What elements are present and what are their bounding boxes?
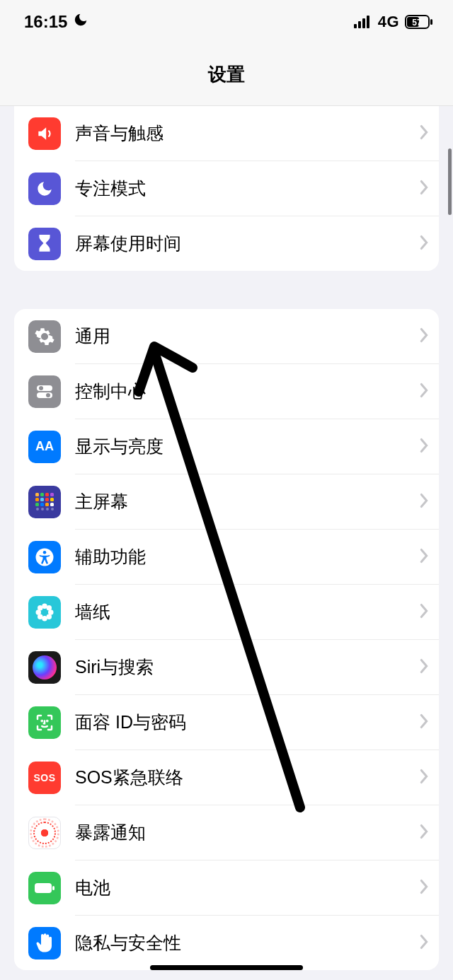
chevron-right-icon bbox=[419, 180, 429, 198]
text-size-icon: AA bbox=[28, 431, 61, 463]
svg-rect-26 bbox=[52, 886, 55, 890]
svg-rect-0 bbox=[354, 24, 357, 28]
flower-icon bbox=[28, 596, 61, 629]
settings-row-display[interactable]: AA 显示与亮度 bbox=[28, 419, 439, 474]
hourglass-icon bbox=[28, 228, 61, 260]
chevron-right-icon bbox=[419, 438, 429, 456]
status-bar-right: 4G 57 bbox=[354, 13, 433, 31]
network-type: 4G bbox=[378, 13, 399, 31]
home-indicator[interactable] bbox=[150, 965, 303, 970]
settings-row-label: 通用 bbox=[75, 309, 405, 363]
settings-row-exposure[interactable]: 暴露通知 bbox=[28, 805, 439, 860]
status-bar: 16:15 4G 57 bbox=[0, 0, 453, 44]
moon-icon bbox=[28, 173, 61, 205]
siri-icon bbox=[28, 651, 61, 684]
svg-point-24 bbox=[47, 720, 47, 721]
settings-row-label: SOS紧急联络 bbox=[75, 750, 405, 805]
svg-point-19 bbox=[47, 605, 52, 611]
svg-rect-2 bbox=[362, 18, 365, 28]
settings-row-label: Siri与搜索 bbox=[75, 640, 405, 694]
scrollbar[interactable] bbox=[448, 148, 452, 215]
svg-point-23 bbox=[42, 720, 42, 721]
settings-row-label: 主屏幕 bbox=[75, 474, 405, 529]
settings-group-1: 声音与触感 专注模式 屏幕使用时间 bbox=[14, 106, 439, 271]
moon-icon bbox=[73, 12, 88, 32]
settings-row-wallpaper[interactable]: 墙纸 bbox=[28, 585, 439, 639]
battery-icon bbox=[28, 872, 61, 904]
settings-row-accessibility[interactable]: 辅助功能 bbox=[28, 530, 439, 584]
settings-row-privacy[interactable]: 隐私与安全性 bbox=[28, 916, 439, 970]
svg-point-11 bbox=[46, 393, 50, 397]
chevron-right-icon bbox=[419, 713, 429, 732]
settings-row-label: 隐私与安全性 bbox=[75, 916, 405, 970]
chevron-right-icon bbox=[419, 548, 429, 566]
gear-icon bbox=[28, 320, 61, 353]
accessibility-icon bbox=[28, 541, 61, 573]
chevron-right-icon bbox=[419, 879, 429, 897]
svg-point-22 bbox=[42, 609, 47, 615]
svg-point-9 bbox=[39, 386, 43, 390]
chevron-right-icon bbox=[419, 327, 429, 346]
chevron-right-icon bbox=[419, 658, 429, 677]
chevron-right-icon bbox=[419, 124, 429, 143]
toggles-icon bbox=[28, 375, 61, 408]
settings-row-siri[interactable]: Siri与搜索 bbox=[28, 640, 439, 694]
settings-row-faceid[interactable]: 面容 ID与密码 bbox=[28, 695, 439, 749]
settings-row-label: 辅助功能 bbox=[75, 530, 405, 584]
speaker-icon bbox=[28, 117, 61, 150]
settings-row-general[interactable]: 通用 bbox=[28, 309, 439, 363]
settings-row-focus[interactable]: 专注模式 bbox=[28, 161, 439, 216]
settings-row-label: 专注模式 bbox=[75, 161, 405, 216]
settings-row-battery[interactable]: 电池 bbox=[28, 861, 439, 915]
settings-row-sound[interactable]: 声音与触感 bbox=[28, 106, 439, 161]
svg-rect-1 bbox=[358, 21, 361, 28]
cellular-signal-icon bbox=[354, 16, 372, 28]
chevron-right-icon bbox=[419, 235, 429, 253]
settings-row-label: 屏幕使用时间 bbox=[75, 216, 405, 271]
svg-point-13 bbox=[43, 550, 47, 554]
settings-row-label: 暴露通知 bbox=[75, 805, 405, 860]
nav-header: 设置 bbox=[0, 44, 453, 106]
svg-point-20 bbox=[38, 614, 43, 619]
status-bar-left: 16:15 bbox=[24, 12, 88, 32]
svg-rect-6 bbox=[430, 19, 432, 25]
settings-row-sos[interactable]: SOS SOS紧急联络 bbox=[28, 750, 439, 805]
page-title: 设置 bbox=[208, 62, 245, 87]
settings-row-label: 电池 bbox=[75, 861, 405, 915]
settings-row-label: 墙纸 bbox=[75, 585, 405, 639]
battery-icon: 57 bbox=[405, 15, 433, 29]
settings-row-screentime[interactable]: 屏幕使用时间 bbox=[28, 216, 439, 271]
chevron-right-icon bbox=[419, 603, 429, 622]
chevron-right-icon bbox=[419, 769, 429, 787]
svg-rect-3 bbox=[367, 16, 369, 28]
chevron-right-icon bbox=[419, 493, 429, 511]
app-grid-icon bbox=[28, 486, 61, 518]
settings-row-control-center[interactable]: 控制中心 bbox=[28, 364, 439, 419]
chevron-right-icon bbox=[419, 824, 429, 842]
settings-row-label: 显示与亮度 bbox=[75, 419, 405, 474]
svg-rect-25 bbox=[35, 883, 52, 893]
svg-text:57: 57 bbox=[412, 18, 422, 28]
settings-group-2: 通用 控制中心 AA 显示与亮度 主屏幕 bbox=[14, 309, 439, 970]
svg-point-18 bbox=[38, 605, 43, 611]
hand-icon bbox=[28, 927, 61, 959]
settings-row-label: 控制中心 bbox=[75, 364, 405, 419]
chevron-right-icon bbox=[419, 934, 429, 952]
face-id-icon bbox=[28, 706, 61, 739]
clock-time: 16:15 bbox=[24, 12, 67, 32]
settings-row-label: 声音与触感 bbox=[75, 106, 405, 161]
settings-row-home-screen[interactable]: 主屏幕 bbox=[28, 474, 439, 529]
chevron-right-icon bbox=[419, 383, 429, 401]
exposure-icon bbox=[28, 817, 61, 849]
settings-row-label: 面容 ID与密码 bbox=[75, 695, 405, 749]
svg-point-21 bbox=[47, 614, 52, 619]
sos-icon: SOS bbox=[28, 762, 61, 794]
